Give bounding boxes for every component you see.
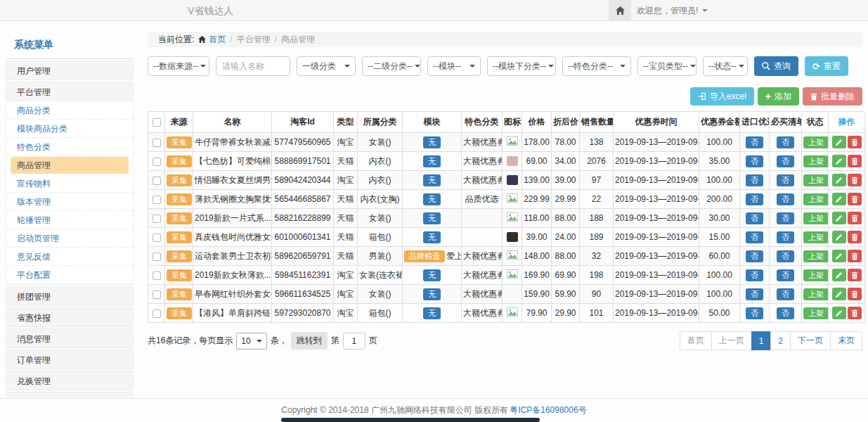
sidebar-subitem[interactable]: 启动页管理 [6,229,133,248]
row-checkbox[interactable] [153,139,161,147]
reset-button[interactable]: ⟳ 重置 [805,56,848,76]
edit-button[interactable] [832,231,846,243]
status-badge[interactable]: 上架 [803,307,829,319]
status-badge[interactable]: 上架 [803,155,829,167]
delete-button[interactable] [848,212,862,224]
status-badge[interactable]: 上架 [803,193,829,205]
delete-button[interactable] [848,155,862,167]
status-badge[interactable]: 上架 [803,136,829,148]
must-buy-badge[interactable]: 否 [777,231,794,243]
sidebar-item[interactable]: 兑换管理 [6,371,134,390]
edit-button[interactable] [832,250,846,262]
must-buy-badge[interactable]: 否 [777,307,794,319]
imported-badge[interactable]: 否 [746,193,763,205]
sidebar-subitem[interactable]: 版本管理 [6,193,133,211]
imported-badge[interactable]: 否 [746,155,763,167]
breadcrumb-home-link[interactable]: 首页 [198,34,226,46]
row-checkbox[interactable] [153,234,161,242]
level2-category-select[interactable]: --二级分类-- [362,56,421,76]
edit-button[interactable] [832,136,846,148]
edit-button[interactable] [832,269,846,281]
page-button-1[interactable]: 1 [751,331,772,350]
item-type-select[interactable]: --宝贝类型-- [637,56,697,76]
jump-page-input[interactable] [343,333,365,350]
imported-badge[interactable]: 否 [746,174,763,186]
must-buy-badge[interactable]: 否 [777,288,794,300]
sidebar-subitem[interactable]: 商品分类 [6,101,133,120]
must-buy-badge[interactable]: 否 [777,174,794,186]
page-button-上一页[interactable]: 上一页 [711,331,752,350]
delete-button[interactable] [848,269,862,281]
delete-button[interactable] [848,136,862,148]
edit-button[interactable] [832,288,846,300]
jump-to-button[interactable]: 跳转到 [291,332,328,350]
imported-badge[interactable]: 否 [746,269,763,281]
sidebar-subitem[interactable]: 平台配置 [6,266,133,284]
sidebar-item[interactable]: 提现管理 [6,392,134,397]
module-subcategory-select[interactable]: --模块下分类-- [487,56,556,76]
user-menu[interactable]: 欢迎您，管理员! [637,0,708,21]
imported-badge[interactable]: 否 [746,231,763,243]
name-search-input[interactable] [216,56,290,76]
page-button-下一页[interactable]: 下一页 [790,331,831,350]
imported-badge[interactable]: 否 [746,212,763,224]
must-buy-badge[interactable]: 否 [777,155,794,167]
row-checkbox[interactable] [153,252,161,261]
sidebar-subitem[interactable]: 模块商品分类 [6,120,133,138]
level1-category-select[interactable]: 一级分类 [297,56,356,76]
edit-button[interactable] [832,193,846,205]
row-checkbox[interactable] [153,290,161,299]
imported-badge[interactable]: 否 [746,136,763,148]
select-all-checkbox[interactable] [153,118,161,127]
edit-button[interactable] [832,307,846,319]
row-checkbox[interactable] [153,177,161,185]
row-checkbox[interactable] [153,271,161,280]
delete-button[interactable] [848,307,862,319]
delete-button[interactable] [848,288,862,300]
navbar-home-button[interactable] [609,0,631,20]
sidebar-item[interactable]: 消息管理 [6,328,134,348]
must-buy-badge[interactable]: 否 [777,269,794,281]
imported-badge[interactable]: 否 [746,288,763,300]
page-button-首页[interactable]: 首页 [680,331,712,350]
sidebar-subitem[interactable]: 宣传物料 [6,174,133,193]
status-select[interactable]: --状态-- [703,56,748,76]
page-button-2[interactable]: 2 [770,331,791,350]
must-buy-badge[interactable]: 否 [777,193,794,205]
horizontal-scrollbar-thumb[interactable] [281,418,540,422]
imported-badge[interactable]: 否 [746,307,763,319]
must-buy-badge[interactable]: 否 [777,136,794,148]
search-button[interactable]: 查询 [754,56,798,76]
sidebar-subitem-active[interactable]: 商品管理 [11,157,129,174]
data-source-select[interactable]: --数据来源-- [148,56,209,76]
delete-button[interactable] [848,250,862,262]
sidebar-item[interactable]: 平台管理 [6,82,134,101]
import-excel-button[interactable]: 导入excel [690,87,754,106]
sidebar-item[interactable]: 用户管理 [6,60,134,80]
must-buy-badge[interactable]: 否 [777,250,794,262]
sidebar-item[interactable]: 订单管理 [6,350,134,369]
add-button[interactable]: + 添加 [758,87,799,106]
status-badge[interactable]: 上架 [803,288,829,300]
status-badge[interactable]: 上架 [803,174,829,186]
feature-category-select[interactable]: --特色分类-- [562,56,631,76]
edit-button[interactable] [832,212,846,224]
status-badge[interactable]: 上架 [803,212,829,224]
row-checkbox[interactable] [153,215,161,223]
module-select[interactable]: --模块-- [427,56,481,76]
must-buy-badge[interactable]: 否 [777,212,794,224]
status-badge[interactable]: 上架 [803,269,829,281]
sidebar-subitem[interactable]: 轮播管理 [6,211,133,229]
row-checkbox[interactable] [153,196,161,204]
delete-button[interactable] [848,193,862,205]
delete-button[interactable] [848,231,862,243]
delete-button[interactable] [848,174,862,186]
icp-link[interactable]: 粤ICP备16098006号 [510,404,586,416]
sidebar-subitem[interactable]: 特色分类 [6,138,133,156]
sidebar-item[interactable]: 省惠快报 [6,307,134,327]
imported-badge[interactable]: 否 [746,250,763,262]
status-badge[interactable]: 上架 [803,231,829,243]
row-checkbox[interactable] [153,158,161,166]
sidebar-subitem[interactable]: 意见反馈 [6,248,133,266]
status-badge[interactable]: 上架 [803,250,829,262]
